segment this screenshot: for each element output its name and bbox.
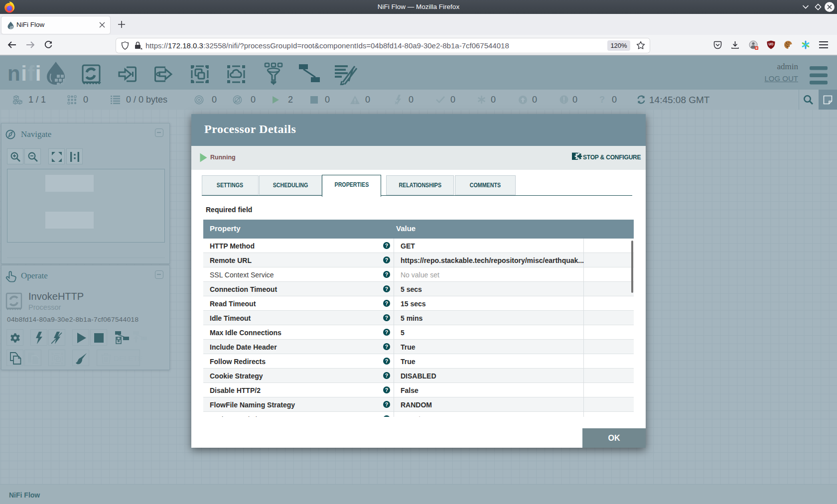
- svg-text:UO: UO: [769, 42, 774, 46]
